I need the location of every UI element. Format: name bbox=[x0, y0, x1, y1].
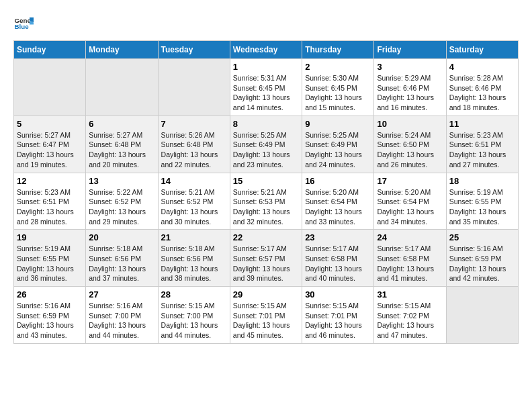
day-info: Sunrise: 5:30 AMSunset: 6:45 PMDaylight:… bbox=[305, 73, 371, 113]
calendar-cell: 12Sunrise: 5:23 AMSunset: 6:51 PMDayligh… bbox=[14, 173, 86, 230]
calendar-cell: 25Sunrise: 5:16 AMSunset: 6:59 PMDayligh… bbox=[446, 230, 518, 287]
day-info: Sunrise: 5:16 AMSunset: 6:59 PMDaylight:… bbox=[449, 244, 515, 283]
day-number: 4 bbox=[449, 62, 515, 72]
day-info: Sunrise: 5:28 AMSunset: 6:46 PMDaylight:… bbox=[449, 73, 515, 113]
logo: General Blue bbox=[13, 13, 34, 34]
day-number: 31 bbox=[377, 289, 443, 300]
day-number: 26 bbox=[17, 289, 83, 300]
page-header: General Blue bbox=[13, 13, 519, 34]
calendar-header-tuesday: Tuesday bbox=[158, 41, 230, 59]
calendar-header-row: SundayMondayTuesdayWednesdayThursdayFrid… bbox=[14, 41, 519, 59]
calendar-cell: 4Sunrise: 5:28 AMSunset: 6:46 PMDaylight… bbox=[446, 59, 518, 116]
day-number: 20 bbox=[89, 232, 154, 242]
day-info: Sunrise: 5:29 AMSunset: 6:46 PMDaylight:… bbox=[377, 73, 443, 113]
day-info: Sunrise: 5:24 AMSunset: 6:50 PMDaylight:… bbox=[377, 130, 443, 170]
calendar-header-thursday: Thursday bbox=[302, 41, 374, 59]
calendar-cell: 30Sunrise: 5:15 AMSunset: 7:01 PMDayligh… bbox=[302, 287, 374, 344]
day-number: 3 bbox=[377, 62, 443, 72]
calendar-header-saturday: Saturday bbox=[446, 41, 518, 59]
day-number: 1 bbox=[233, 62, 299, 72]
day-info: Sunrise: 5:19 AMSunset: 6:55 PMDaylight:… bbox=[17, 244, 83, 283]
calendar-cell: 23Sunrise: 5:17 AMSunset: 6:58 PMDayligh… bbox=[302, 230, 374, 287]
calendar-cell: 19Sunrise: 5:19 AMSunset: 6:55 PMDayligh… bbox=[14, 230, 86, 287]
day-number: 10 bbox=[377, 119, 443, 129]
day-info: Sunrise: 5:21 AMSunset: 6:52 PMDaylight:… bbox=[161, 187, 227, 227]
calendar-cell: 7Sunrise: 5:26 AMSunset: 6:48 PMDaylight… bbox=[158, 116, 230, 173]
day-info: Sunrise: 5:17 AMSunset: 6:58 PMDaylight:… bbox=[305, 244, 371, 283]
calendar-cell: 1Sunrise: 5:31 AMSunset: 6:45 PMDaylight… bbox=[230, 59, 302, 116]
calendar-week-3: 12Sunrise: 5:23 AMSunset: 6:51 PMDayligh… bbox=[14, 173, 519, 230]
day-number: 11 bbox=[449, 119, 515, 129]
day-info: Sunrise: 5:15 AMSunset: 7:01 PMDaylight:… bbox=[233, 301, 299, 340]
calendar-cell: 18Sunrise: 5:19 AMSunset: 6:55 PMDayligh… bbox=[446, 173, 518, 230]
calendar-cell: 8Sunrise: 5:25 AMSunset: 6:49 PMDaylight… bbox=[230, 116, 302, 173]
day-number: 2 bbox=[305, 62, 371, 72]
day-number: 19 bbox=[17, 232, 83, 242]
day-number: 25 bbox=[449, 232, 515, 242]
calendar-cell: 17Sunrise: 5:20 AMSunset: 6:54 PMDayligh… bbox=[374, 173, 446, 230]
calendar-cell: 9Sunrise: 5:25 AMSunset: 6:49 PMDaylight… bbox=[302, 116, 374, 173]
day-number: 18 bbox=[449, 176, 515, 186]
calendar-cell: 28Sunrise: 5:15 AMSunset: 7:00 PMDayligh… bbox=[158, 287, 230, 344]
day-info: Sunrise: 5:18 AMSunset: 6:56 PMDaylight:… bbox=[161, 244, 227, 283]
day-info: Sunrise: 5:16 AMSunset: 7:00 PMDaylight:… bbox=[89, 301, 154, 340]
day-number: 27 bbox=[89, 289, 154, 300]
calendar-cell: 24Sunrise: 5:17 AMSunset: 6:58 PMDayligh… bbox=[374, 230, 446, 287]
day-number: 12 bbox=[17, 176, 83, 186]
calendar-week-1: 1Sunrise: 5:31 AMSunset: 6:45 PMDaylight… bbox=[14, 59, 519, 116]
day-number: 23 bbox=[305, 232, 371, 242]
day-number: 17 bbox=[377, 176, 443, 186]
day-info: Sunrise: 5:15 AMSunset: 7:00 PMDaylight:… bbox=[161, 301, 227, 340]
calendar-table: SundayMondayTuesdayWednesdayThursdayFrid… bbox=[13, 40, 519, 344]
svg-text:Blue: Blue bbox=[15, 23, 30, 30]
calendar-cell: 31Sunrise: 5:15 AMSunset: 7:02 PMDayligh… bbox=[374, 287, 446, 344]
day-info: Sunrise: 5:23 AMSunset: 6:51 PMDaylight:… bbox=[449, 130, 515, 170]
day-info: Sunrise: 5:25 AMSunset: 6:49 PMDaylight:… bbox=[305, 130, 371, 170]
calendar-week-5: 26Sunrise: 5:16 AMSunset: 6:59 PMDayligh… bbox=[14, 287, 519, 344]
calendar-cell: 14Sunrise: 5:21 AMSunset: 6:52 PMDayligh… bbox=[158, 173, 230, 230]
calendar-header-sunday: Sunday bbox=[14, 41, 86, 59]
calendar-cell: 10Sunrise: 5:24 AMSunset: 6:50 PMDayligh… bbox=[374, 116, 446, 173]
day-number: 7 bbox=[161, 119, 227, 129]
day-info: Sunrise: 5:18 AMSunset: 6:56 PMDaylight:… bbox=[89, 244, 154, 283]
day-info: Sunrise: 5:17 AMSunset: 6:57 PMDaylight:… bbox=[233, 244, 299, 283]
day-info: Sunrise: 5:19 AMSunset: 6:55 PMDaylight:… bbox=[449, 187, 515, 227]
calendar-cell: 6Sunrise: 5:27 AMSunset: 6:48 PMDaylight… bbox=[86, 116, 158, 173]
calendar-cell: 16Sunrise: 5:20 AMSunset: 6:54 PMDayligh… bbox=[302, 173, 374, 230]
day-number: 5 bbox=[17, 119, 83, 129]
day-info: Sunrise: 5:31 AMSunset: 6:45 PMDaylight:… bbox=[233, 73, 299, 113]
calendar-cell: 11Sunrise: 5:23 AMSunset: 6:51 PMDayligh… bbox=[446, 116, 518, 173]
day-info: Sunrise: 5:27 AMSunset: 6:47 PMDaylight:… bbox=[17, 130, 83, 170]
day-info: Sunrise: 5:15 AMSunset: 7:01 PMDaylight:… bbox=[305, 301, 371, 340]
day-number: 16 bbox=[305, 176, 371, 186]
day-info: Sunrise: 5:17 AMSunset: 6:58 PMDaylight:… bbox=[377, 244, 443, 283]
calendar-cell: 15Sunrise: 5:21 AMSunset: 6:53 PMDayligh… bbox=[230, 173, 302, 230]
day-info: Sunrise: 5:23 AMSunset: 6:51 PMDaylight:… bbox=[17, 187, 83, 227]
calendar-cell: 26Sunrise: 5:16 AMSunset: 6:59 PMDayligh… bbox=[14, 287, 86, 344]
calendar-cell: 22Sunrise: 5:17 AMSunset: 6:57 PMDayligh… bbox=[230, 230, 302, 287]
calendar-cell: 5Sunrise: 5:27 AMSunset: 6:47 PMDaylight… bbox=[14, 116, 86, 173]
day-number: 9 bbox=[305, 119, 371, 129]
calendar-cell bbox=[446, 287, 518, 344]
calendar-cell: 27Sunrise: 5:16 AMSunset: 7:00 PMDayligh… bbox=[86, 287, 158, 344]
day-info: Sunrise: 5:16 AMSunset: 6:59 PMDaylight:… bbox=[17, 301, 83, 340]
day-number: 30 bbox=[305, 289, 371, 300]
day-info: Sunrise: 5:26 AMSunset: 6:48 PMDaylight:… bbox=[161, 130, 227, 170]
day-number: 29 bbox=[233, 289, 299, 300]
calendar-cell bbox=[86, 59, 158, 116]
day-info: Sunrise: 5:20 AMSunset: 6:54 PMDaylight:… bbox=[377, 187, 443, 227]
day-number: 21 bbox=[161, 232, 227, 242]
calendar-header-monday: Monday bbox=[86, 41, 158, 59]
day-info: Sunrise: 5:25 AMSunset: 6:49 PMDaylight:… bbox=[233, 130, 299, 170]
calendar-cell: 20Sunrise: 5:18 AMSunset: 6:56 PMDayligh… bbox=[86, 230, 158, 287]
calendar-cell: 13Sunrise: 5:22 AMSunset: 6:52 PMDayligh… bbox=[86, 173, 158, 230]
calendar-header-wednesday: Wednesday bbox=[230, 41, 302, 59]
calendar-cell: 2Sunrise: 5:30 AMSunset: 6:45 PMDaylight… bbox=[302, 59, 374, 116]
day-number: 15 bbox=[233, 176, 299, 186]
day-info: Sunrise: 5:20 AMSunset: 6:54 PMDaylight:… bbox=[305, 187, 371, 227]
day-number: 13 bbox=[89, 176, 154, 186]
day-number: 6 bbox=[89, 119, 154, 129]
calendar-cell: 3Sunrise: 5:29 AMSunset: 6:46 PMDaylight… bbox=[374, 59, 446, 116]
calendar-week-4: 19Sunrise: 5:19 AMSunset: 6:55 PMDayligh… bbox=[14, 230, 519, 287]
day-number: 24 bbox=[377, 232, 443, 242]
